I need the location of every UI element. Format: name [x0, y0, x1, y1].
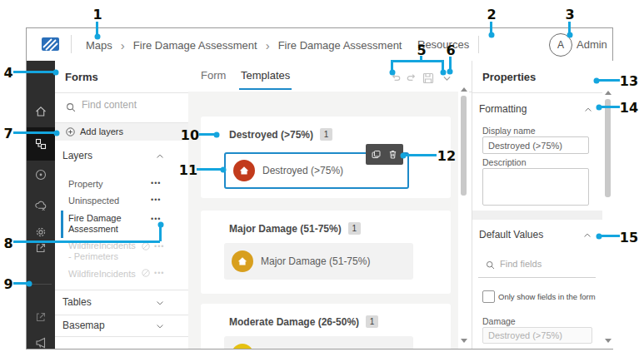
section-separator	[472, 211, 603, 220]
properties-title: Properties	[482, 71, 536, 83]
chevron-up-icon[interactable]	[582, 231, 592, 240]
save-icon[interactable]	[422, 72, 435, 85]
geofences-icon[interactable]	[27, 161, 55, 189]
selection-bar	[61, 211, 63, 238]
callout-number: 2	[487, 7, 496, 22]
template-count-badge: 1	[366, 315, 378, 328]
breadcrumb-map-name[interactable]: Fire Damage Assessment	[133, 39, 257, 52]
duplicate-icon[interactable]	[371, 149, 382, 160]
layer-name: Fire Damage Assessment	[68, 213, 142, 235]
template-count-badge: 1	[348, 222, 361, 235]
search-icon	[65, 102, 77, 113]
rail-separator	[30, 284, 52, 285]
chevron-right-icon: ›	[121, 41, 125, 51]
user-menu[interactable]: Admin	[577, 38, 607, 51]
template-card[interactable]	[224, 336, 413, 349]
display-name-label: Display name	[482, 126, 536, 136]
layer-name: Uninspected	[68, 196, 119, 206]
formatting-section-header[interactable]: Formatting	[479, 103, 527, 115]
chevron-right-icon: ›	[266, 41, 270, 51]
callout-number: 1	[92, 7, 102, 22]
template-card[interactable]: Major Damage (51-75%)	[224, 243, 413, 280]
layers-section-header[interactable]: Layers	[62, 150, 92, 161]
template-group-title: Moderate Damage (26-50%)	[229, 316, 359, 328]
template-card-label: Destroyed (>75%)	[262, 165, 343, 176]
tab-bar: Form Templates	[188, 61, 472, 92]
layer-row-selected[interactable]: Fire Damage Assessment •••	[55, 211, 188, 238]
chevron-up-icon[interactable]	[155, 151, 165, 161]
find-content-input[interactable]	[82, 99, 173, 111]
description-textarea[interactable]	[482, 168, 589, 206]
callout-number: 4	[3, 65, 12, 81]
callout-number: 6	[446, 42, 455, 58]
callout-number: 15	[620, 230, 638, 245]
layer-options-icon[interactable]: •••	[151, 179, 161, 187]
find-fields-input[interactable]	[500, 259, 583, 269]
callout-number: 3	[565, 7, 574, 22]
scroll-up-icon[interactable]	[461, 87, 467, 92]
esri-logo	[41, 36, 61, 52]
default-values-section-header[interactable]: Default Values	[479, 229, 543, 240]
scroll-down-icon[interactable]	[605, 339, 612, 343]
delete-icon[interactable]	[387, 149, 398, 160]
properties-scrollbar[interactable]	[602, 84, 613, 349]
template-count-badge: 1	[320, 128, 332, 141]
scroll-up-icon[interactable]	[605, 91, 612, 95]
scrollbar-thumb[interactable]	[461, 96, 467, 196]
damage-field-input	[482, 327, 592, 344]
main-scrollbar[interactable]	[458, 82, 469, 349]
basemap-section-header[interactable]: Basemap	[62, 320, 105, 331]
layer-options-icon[interactable]: •••	[151, 196, 161, 204]
breadcrumb-layer-name: Fire Damage Assessment	[278, 39, 402, 52]
layer-name: Property	[68, 179, 103, 190]
announcements-icon[interactable]	[27, 329, 55, 352]
template-group: Moderate Damage (26-50%) 1	[201, 304, 451, 349]
header-divider	[71, 35, 72, 53]
callout-number: 11	[179, 162, 197, 178]
scroll-down-icon[interactable]	[461, 339, 467, 343]
callout-number: 5	[417, 42, 426, 58]
forms-panel: Forms Add layers Layers Property •••	[55, 61, 189, 349]
chevron-down-icon[interactable]	[155, 298, 165, 308]
destroyed-symbol-icon	[233, 160, 255, 181]
callout-number: 9	[3, 276, 12, 292]
layer-name: WildfireIncidents	[68, 269, 136, 280]
layer-row[interactable]: Uninspected •••	[55, 193, 188, 209]
forms-panel-title: Forms	[65, 71, 98, 83]
only-show-fields-checkbox[interactable]	[482, 290, 495, 303]
template-toolbar	[366, 144, 403, 165]
main-area: Form Templates	[188, 61, 472, 349]
active-tab-underline	[239, 88, 292, 90]
checkbox-label: Only show fields in the form	[498, 292, 596, 301]
damage-field-label: Damage	[482, 316, 516, 326]
add-layers-button[interactable]: Add layers	[55, 123, 188, 141]
home-icon[interactable]	[27, 97, 55, 126]
chevron-down-icon[interactable]	[155, 321, 165, 331]
plus-circle-icon	[65, 126, 76, 137]
launch-icon[interactable]	[27, 303, 55, 331]
callout-number: 7	[3, 126, 12, 141]
scrollbar-thumb[interactable]	[605, 99, 611, 197]
redo-icon[interactable]	[405, 72, 417, 85]
annotated-screenshot: Maps › Fire Damage Assessment › Fire Dam…	[0, 0, 644, 352]
share-icon[interactable]	[27, 234, 55, 262]
layer-options-icon[interactable]: •••	[154, 242, 164, 250]
tables-section-header[interactable]: Tables	[62, 296, 92, 308]
layer-options-icon[interactable]: •••	[154, 269, 164, 277]
template-group: Major Damage (51-75%) 1 Major Damage (51…	[201, 211, 451, 294]
tab-form[interactable]: Form	[201, 69, 226, 82]
callout-number: 12	[437, 148, 456, 164]
layer-row-disabled[interactable]: WildfireIncidents •••	[55, 266, 188, 282]
layer-row[interactable]: Property •••	[55, 176, 188, 192]
display-name-input[interactable]	[482, 136, 589, 154]
breadcrumb-maps[interactable]: Maps	[86, 39, 112, 52]
chevron-up-icon[interactable]	[583, 105, 593, 115]
callout-number: 8	[3, 235, 12, 251]
callout-number: 13	[620, 73, 638, 89]
nav-rail: »	[27, 61, 55, 349]
tab-templates[interactable]: Templates	[241, 69, 290, 82]
prohibited-icon	[141, 268, 151, 278]
major-damage-symbol-icon	[232, 250, 253, 272]
template-group: Destroyed (>75%) 1	[201, 117, 451, 198]
offline-icon[interactable]	[27, 191, 55, 220]
